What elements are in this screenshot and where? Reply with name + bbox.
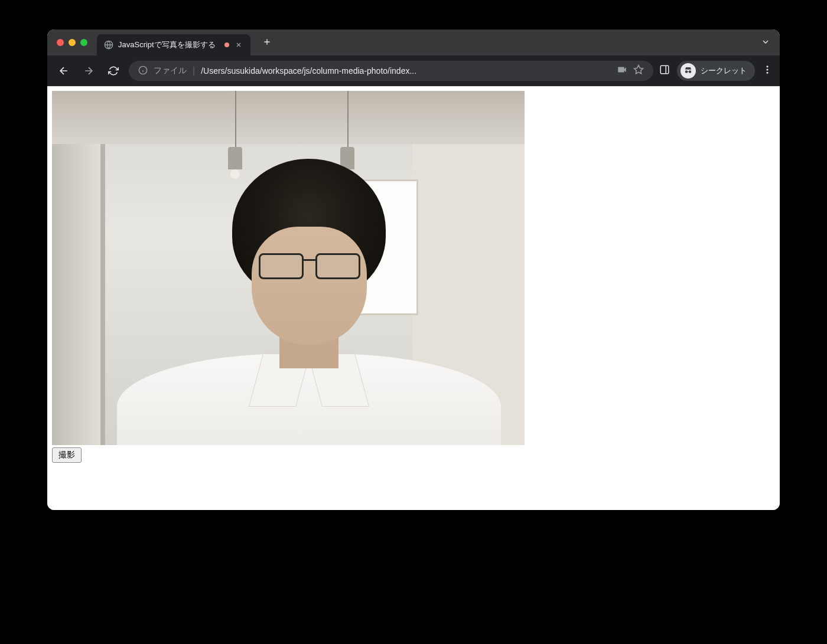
toolbar: ファイル | /Users/susukida/workspace/js/colu… — [47, 55, 780, 86]
back-button[interactable] — [54, 61, 73, 80]
traffic-lights — [57, 39, 87, 46]
browser-window: JavaScriptで写真を撮影する ファイル | / — [47, 30, 780, 510]
new-tab-button[interactable] — [262, 36, 272, 50]
titlebar: JavaScriptで写真を撮影する — [47, 30, 780, 55]
tab-list-dropdown[interactable] — [761, 37, 770, 48]
address-bar[interactable]: ファイル | /Users/susukida/workspace/js/colu… — [129, 61, 653, 81]
svg-rect-3 — [660, 66, 669, 74]
incognito-label: シークレット — [701, 66, 747, 76]
window-minimize-button[interactable] — [69, 39, 76, 46]
incognito-badge[interactable]: シークレット — [677, 61, 755, 81]
site-info-icon[interactable] — [138, 66, 148, 77]
browser-menu-button[interactable] — [762, 64, 773, 78]
bookmark-star-icon[interactable] — [633, 64, 644, 77]
capture-button[interactable]: 撮影 — [52, 447, 82, 463]
globe-icon — [104, 40, 113, 50]
browser-tab[interactable]: JavaScriptで写真を撮影する — [97, 34, 250, 55]
url-scheme-label: ファイル — [154, 66, 187, 76]
incognito-icon — [681, 63, 696, 79]
forward-button[interactable] — [79, 61, 98, 80]
window-maximize-button[interactable] — [80, 39, 87, 46]
url-divider: | — [193, 66, 195, 76]
window-close-button[interactable] — [57, 39, 64, 46]
svg-point-5 — [689, 70, 692, 73]
page-content: 撮影 — [47, 86, 780, 510]
toolbar-right: シークレット — [659, 61, 773, 81]
reload-button[interactable] — [104, 61, 123, 80]
webcam-video — [52, 91, 525, 445]
recording-indicator-icon — [224, 43, 229, 47]
svg-point-8 — [767, 71, 769, 73]
svg-point-6 — [767, 66, 769, 67]
camera-permission-icon[interactable] — [617, 64, 627, 77]
tab-title: JavaScriptで写真を撮影する — [118, 40, 220, 50]
url-path: /Users/susukida/workspace/js/column-medi… — [201, 66, 611, 76]
tab-close-button[interactable] — [234, 40, 243, 50]
side-panel-icon[interactable] — [659, 64, 670, 77]
svg-marker-2 — [634, 66, 643, 74]
svg-point-7 — [767, 68, 769, 70]
svg-point-4 — [685, 70, 688, 73]
